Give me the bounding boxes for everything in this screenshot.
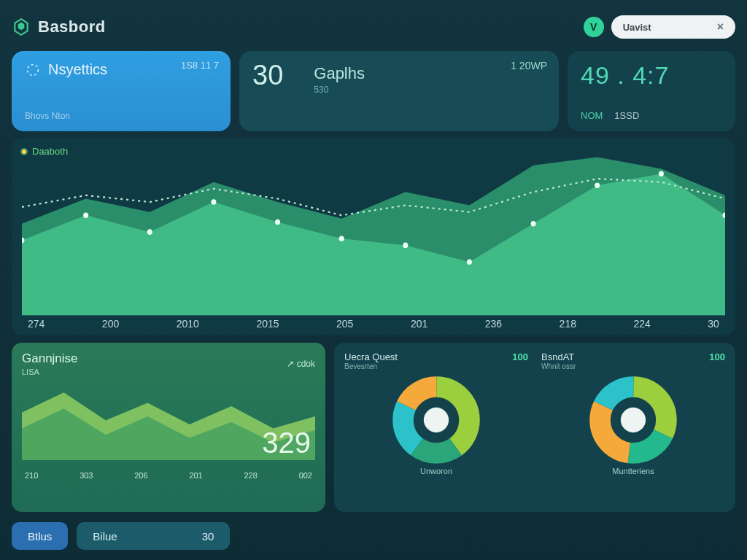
logo-icon: [12, 18, 31, 36]
header: Basbord V Uavist ×: [12, 10, 735, 44]
pie-left-value: 100: [512, 351, 528, 362]
card-analytics-title: Nsyettics: [48, 61, 107, 78]
tab-bilue[interactable]: Bilue 30: [77, 522, 230, 550]
svg-point-11: [659, 171, 664, 176]
link-icon: ↗: [287, 359, 294, 369]
card-analytics-sub: Bhovs Nton: [25, 111, 217, 121]
avatar[interactable]: V: [584, 17, 604, 37]
svg-point-10: [595, 182, 600, 188]
main-area-chart: Daaboth 2742002010201520520123621822430: [12, 139, 735, 335]
pie-left: Uecra Quest 100 Bevesrten Unworon: [344, 351, 528, 503]
clock-value: 49 . 4:7: [581, 61, 722, 90]
close-icon[interactable]: ×: [717, 20, 724, 34]
svg-point-17: [424, 408, 449, 432]
user-pill-label: Uavist: [623, 22, 651, 33]
chart-title: Daaboth: [32, 146, 68, 157]
pie-right-sub: Whnit ossr: [541, 362, 725, 370]
pie-right-foot: Muntteriens: [541, 467, 725, 475]
mini-x-ticks: 210303206201228002: [22, 471, 315, 480]
spinner-icon: [25, 62, 41, 78]
card-graphs[interactable]: 1 20WP 30 Gaplhs 530: [239, 51, 559, 131]
panel-mini-chart: Gannjnise LISA ↗ cdok 329 21030320620122…: [12, 343, 325, 512]
svg-point-0: [28, 64, 39, 75]
legend-dot-icon: [20, 148, 28, 155]
user-pill[interactable]: Uavist ×: [611, 15, 735, 39]
svg-point-9: [531, 221, 536, 227]
clock-sub-a: NOM: [581, 110, 603, 121]
svg-point-8: [467, 259, 472, 265]
brand-text: Basbord: [38, 18, 106, 36]
tab-bilue-value: 30: [202, 530, 214, 542]
pie-left-title: Uecra Quest: [344, 351, 398, 362]
card-graphs-title: Gaplhs: [314, 64, 365, 83]
area-chart-svg: [22, 149, 725, 331]
card-graphs-value: 30: [252, 61, 283, 89]
svg-point-5: [275, 219, 280, 225]
svg-point-6: [339, 236, 344, 241]
brand: Basbord: [12, 18, 106, 36]
svg-point-2: [83, 213, 88, 219]
mini-chart-title: Gannjnise: [22, 351, 78, 366]
donut-right-svg: [589, 376, 677, 464]
card-graphs-meta: 1 20WP: [511, 60, 547, 71]
mini-chart-value: 329: [262, 427, 311, 459]
chart-legend: Daaboth: [20, 146, 68, 157]
clock-sub-b: 1SSD: [614, 110, 639, 121]
mini-chart-link[interactable]: ↗ cdok: [287, 359, 315, 369]
tab-btlus[interactable]: Btlus: [12, 522, 68, 550]
svg-point-7: [403, 243, 408, 249]
pie-right-title: BsndAT: [541, 351, 574, 362]
stat-cards-row: 1S8 11 7 Nsyettics Bhovs Nton 1 20WP 30 …: [12, 51, 735, 131]
svg-point-3: [147, 229, 152, 235]
panel-pies: Uecra Quest 100 Bevesrten Unworon BsndAT…: [334, 343, 735, 512]
donut-left-svg: [392, 376, 480, 464]
bottom-row: Gannjnise LISA ↗ cdok 329 21030320620122…: [12, 343, 735, 512]
tab-bilue-label: Bilue: [93, 530, 117, 542]
mini-chart-sub: LISA: [22, 368, 78, 376]
pie-left-foot: Unworon: [344, 467, 528, 475]
footer-tabs: Btlus Bilue 30: [12, 522, 735, 550]
pie-right-value: 100: [709, 351, 725, 362]
svg-point-22: [621, 408, 646, 432]
card-analytics[interactable]: 1S8 11 7 Nsyettics Bhovs Nton: [12, 51, 231, 131]
svg-point-4: [211, 199, 216, 205]
card-graphs-sub: 530: [314, 85, 365, 95]
pie-right: BsndAT 100 Whnit ossr Muntteriens: [541, 351, 725, 503]
card-clock: 49 . 4:7 NOM 1SSD: [568, 51, 735, 131]
card-analytics-meta: 1S8 11 7: [181, 60, 219, 71]
pie-left-sub: Bevesrten: [344, 362, 528, 370]
